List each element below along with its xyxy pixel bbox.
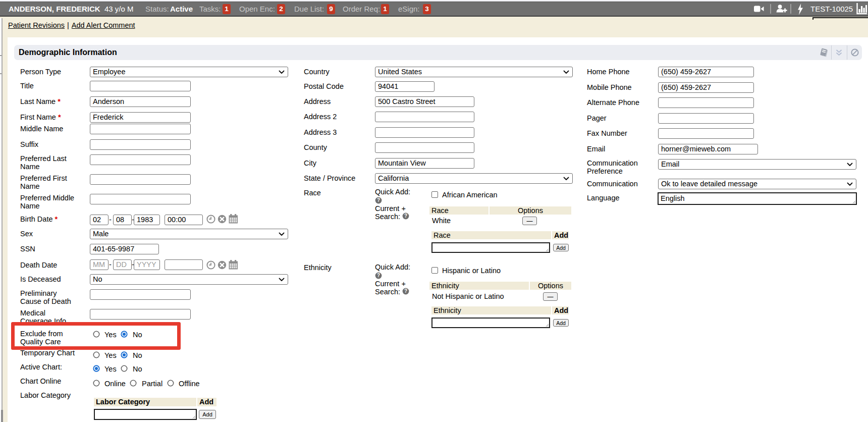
svg-text:?: ? bbox=[404, 213, 407, 219]
svg-text:?: ? bbox=[377, 273, 380, 278]
svg-text:?: ? bbox=[404, 288, 407, 294]
svg-text:?: ? bbox=[377, 197, 380, 203]
